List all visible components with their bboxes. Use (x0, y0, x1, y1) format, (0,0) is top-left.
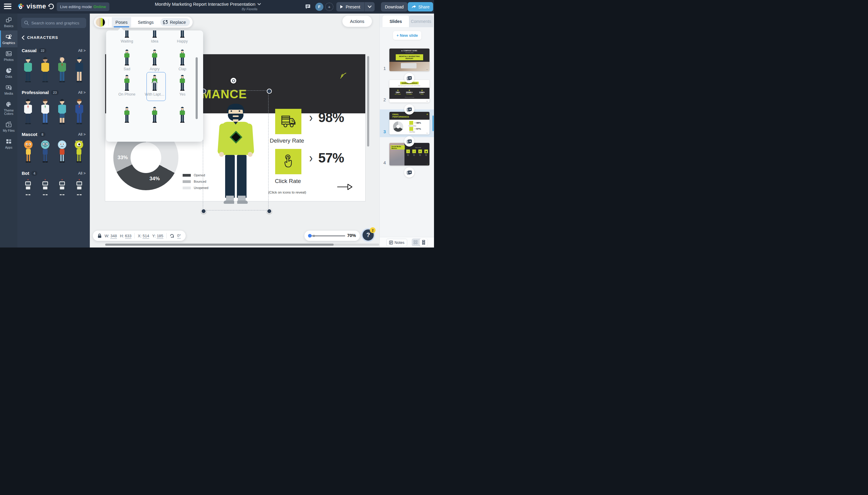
selection-handle-top-right[interactable] (267, 89, 272, 94)
x-field[interactable]: 514 (142, 234, 149, 239)
slide-thumbnail-2[interactable]: OVERVIEW & GOALSWe had 3 goals for the m… (389, 80, 430, 102)
title-chevron-down-icon[interactable] (257, 3, 261, 5)
lock-icon[interactable] (98, 233, 102, 238)
sidebar-item-photos[interactable]: Photos (0, 47, 17, 64)
pose-cell[interactable] (141, 106, 169, 123)
panel-scrollbar[interactable] (433, 116, 434, 131)
invite-user-button[interactable]: + (325, 3, 333, 11)
menu-icon[interactable] (4, 4, 12, 10)
mascot-character-thumbnail[interactable] (22, 140, 34, 165)
duplicate-slide-button[interactable] (404, 73, 414, 83)
slide-thumbnail-1[interactable]: ✿ COMPANY NAMEDecember 2021MONTHLY MARKE… (389, 49, 430, 71)
pose-label: Idea (141, 39, 169, 44)
pose-cell-waiting[interactable]: Waiting (113, 31, 141, 44)
bot-character-thumbnail[interactable] (73, 179, 85, 196)
avatar[interactable]: F (315, 3, 324, 11)
actions-button[interactable]: Actions (342, 16, 372, 27)
professional-character-thumbnail[interactable] (73, 98, 85, 126)
pose-label: Happy (169, 39, 196, 44)
search-input[interactable]: Search icons and graphics (21, 18, 86, 28)
width-field[interactable]: 348 (110, 234, 117, 239)
new-slide-button[interactable]: + New slide (393, 31, 421, 40)
section-all-link[interactable]: All > (78, 90, 86, 95)
height-field[interactable]: 633 (125, 234, 132, 239)
zoom-slider-handle[interactable] (308, 234, 312, 238)
casual-character-thumbnail[interactable] (73, 56, 85, 84)
sidebar-item-data[interactable]: Data (0, 64, 17, 81)
sidebar-item-graphics[interactable]: Graphics (0, 31, 17, 47)
casual-character-thumbnail[interactable] (39, 56, 51, 84)
tab-poses[interactable]: Poses (112, 17, 131, 28)
document-title[interactable]: Monthly Marketing Report Interactive Pre… (155, 1, 256, 7)
professional-character-thumbnail[interactable] (39, 98, 51, 126)
pose-label: Clap (169, 67, 196, 71)
undo-icon[interactable] (48, 3, 54, 10)
bot-character-thumbnail[interactable] (22, 179, 34, 196)
share-button[interactable]: Share (408, 2, 433, 12)
rotation-field[interactable]: 0° (177, 233, 181, 238)
click-rate-value: 57% (318, 150, 344, 166)
replace-button[interactable]: Replace (160, 18, 190, 26)
sidebar-item-theme-colors[interactable]: Theme Colors (0, 98, 17, 118)
back-chevron-icon[interactable] (22, 36, 24, 40)
tab-slides[interactable]: Slides (382, 15, 409, 27)
pose-cell-clap[interactable]: Clap (169, 49, 196, 71)
popup-scrollbar[interactable] (196, 57, 198, 119)
tab-comments[interactable]: Comments (409, 15, 433, 27)
play-icon (340, 5, 343, 9)
rotate-icon[interactable] (170, 234, 174, 238)
character-illustration[interactable] (219, 104, 253, 208)
list-view-button[interactable] (419, 238, 427, 246)
canvas-horizontal-scrollbar[interactable] (105, 243, 379, 246)
characters-header[interactable]: CHARACTERS (22, 35, 58, 40)
professional-character-thumbnail[interactable] (22, 98, 34, 126)
help-button[interactable]: ? 2 (361, 228, 375, 242)
professional-character-thumbnail[interactable] (56, 98, 68, 126)
click-rate-tile[interactable] (275, 149, 301, 174)
visme-logo[interactable]: visme (17, 2, 46, 10)
delivery-rate-tile[interactable] (275, 109, 301, 134)
pose-cell-sad[interactable]: Sad (113, 49, 141, 71)
selection-handle-bottom-left[interactable] (201, 209, 206, 214)
pose-cell[interactable] (113, 106, 141, 123)
tab-settings[interactable]: Settings (134, 17, 157, 28)
canvas-vertical-scrollbar[interactable] (367, 56, 369, 147)
mascot-character-thumbnail[interactable] (39, 140, 51, 165)
bot-character-thumbnail[interactable] (56, 179, 68, 196)
color-swatch[interactable] (95, 17, 105, 28)
section-all-link[interactable]: All > (78, 132, 86, 137)
pose-cell-on-phone[interactable]: On Phone (113, 74, 141, 97)
pose-cell[interactable] (169, 106, 196, 123)
bot-character-thumbnail[interactable] (39, 179, 51, 196)
pose-cell-happy[interactable]: Happy (169, 31, 196, 44)
mascot-character-thumbnail[interactable] (73, 140, 85, 165)
download-button[interactable]: Download (381, 2, 407, 12)
y-field[interactable]: 185 (157, 234, 163, 239)
selection-handle-bottom-right[interactable] (267, 209, 272, 214)
mascot-character-thumbnail[interactable] (56, 140, 68, 165)
duplicate-slide-button[interactable] (404, 167, 414, 177)
present-dropdown-button[interactable] (365, 5, 375, 8)
notes-button[interactable]: Notes (386, 239, 407, 246)
rotate-handle[interactable] (230, 78, 236, 84)
reveal-arrow-icon[interactable] (337, 183, 353, 190)
pose-cell-yes[interactable]: Yes (169, 74, 196, 97)
slide-thumbnail-3[interactable]: EMAILPERFORMANCE✿› 98%Delivery Rate› 57%… (389, 112, 430, 134)
pose-cell-idea[interactable]: Idea (141, 31, 169, 44)
sidebar-item-my-files[interactable]: My Files (0, 118, 17, 135)
casual-character-thumbnail[interactable] (22, 56, 34, 84)
comments-icon[interactable] (305, 4, 311, 10)
section-all-link[interactable]: All > (78, 171, 86, 175)
sidebar-item-media[interactable]: Media (0, 81, 17, 98)
present-button[interactable]: Present (343, 4, 364, 9)
sidebar-item-basics[interactable]: Basics (0, 14, 17, 31)
duplicate-slide-button[interactable] (404, 104, 414, 115)
zoom-slider-dot (313, 235, 315, 237)
pose-cell-angry[interactable]: Angry (141, 49, 169, 71)
grid-view-button[interactable] (412, 238, 419, 246)
section-all-link[interactable]: All > (78, 49, 86, 53)
sidebar-item-apps[interactable]: Apps (0, 135, 17, 152)
casual-character-thumbnail[interactable] (56, 56, 68, 84)
duplicate-slide-button[interactable] (404, 136, 414, 147)
visme-editor: visme Live editing mode Online Monthly M… (0, 0, 434, 248)
